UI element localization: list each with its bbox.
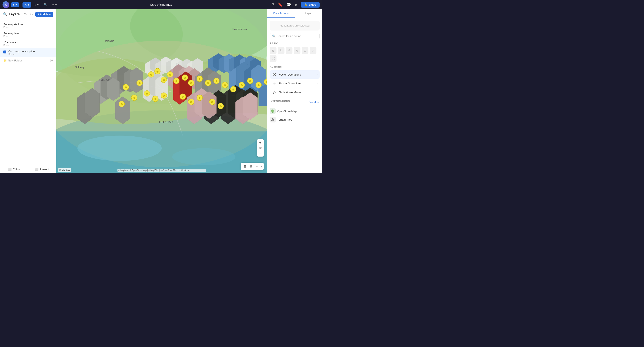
svg-text:⊕: ⊕ — [190, 82, 192, 85]
play-icon[interactable]: ▶ — [294, 2, 298, 8]
layer-list: Subway stations Project Subway lines Pro… — [0, 19, 56, 165]
osm-logo — [270, 108, 276, 114]
svg-text:FOSSUM: FOSSUM — [100, 79, 110, 82]
add-data-button[interactable]: + Add data — [35, 12, 53, 17]
layer-item-subway-stations[interactable]: Subway stations Project — [0, 21, 56, 30]
svg-text:⊕: ⊕ — [156, 70, 158, 73]
raster-ops-item[interactable]: Raster Operations › — [270, 79, 320, 88]
expand-icon-btn[interactable]: ⤢ — [310, 47, 316, 54]
svg-text:⊕: ⊕ — [241, 84, 243, 87]
svg-text:⊕: ⊕ — [175, 80, 178, 83]
sidebar-title: Layers — [9, 13, 22, 16]
sidebar-footer: ⬜ Editor ⬜ Present — [0, 165, 56, 173]
svg-text:⊕: ⊕ — [211, 101, 213, 104]
terrain-tiles-integration-item[interactable]: Terrain Tiles — [270, 115, 320, 124]
map-bottom-toolbar: ⊞ ◎ △ › — [241, 163, 264, 170]
draw-tool-arrow: ▾ — [55, 3, 57, 6]
help-icon[interactable]: ? — [271, 2, 275, 8]
action-search-input[interactable] — [277, 35, 317, 38]
grid-icon[interactable]: ⊞ — [243, 164, 247, 169]
shape-tool[interactable]: ◇ ▾ — [32, 2, 41, 8]
integrations-header: Integrations See all → — [270, 100, 320, 105]
svg-text:⊕: ⊕ — [224, 84, 226, 87]
svg-marker-60 — [243, 92, 258, 120]
flip-icon-btn[interactable]: ⇆ — [294, 47, 300, 54]
zoom-controls: + 12 − — [257, 139, 264, 157]
blank-icon-btn[interactable]: □ — [302, 47, 308, 54]
topbar-right: ? 🔖 💬 ▶ 🔒 Share — [271, 2, 320, 8]
svg-text:⊕: ⊕ — [220, 105, 222, 108]
search-layers-icon[interactable]: 🔍 — [3, 12, 7, 16]
svg-text:⊕: ⊕ — [121, 103, 123, 106]
svg-text:⊕: ⊕ — [232, 88, 234, 91]
search-tool[interactable]: 🔍 — [42, 2, 49, 8]
share-button[interactable]: 🔒 Share — [301, 2, 320, 8]
copy-icon-btn[interactable]: ⧉ — [270, 47, 276, 54]
svg-rect-143 — [273, 82, 276, 85]
collapse-icon[interactable]: ⇅ — [23, 11, 28, 17]
fullscreen-icon-btn[interactable]: ⛶ — [270, 55, 276, 62]
layer-item-10min-walk[interactable]: 10 min walk Project — [0, 39, 56, 48]
zoom-in-button[interactable]: + — [257, 139, 264, 146]
refresh-icon[interactable]: ↻ — [29, 11, 34, 17]
folder-icon: 📁 — [3, 59, 7, 62]
svg-text:⊕: ⊕ — [198, 78, 200, 80]
svg-text:⊕: ⊕ — [198, 96, 200, 99]
shape-tool-arrow: ▾ — [37, 3, 39, 6]
svg-text:Solberg: Solberg — [75, 66, 84, 69]
tab-data-actions[interactable]: Data Actions — [267, 9, 295, 18]
svg-text:⊕: ⊕ — [138, 82, 141, 85]
draw-tool[interactable]: ✏ ▾ — [50, 2, 59, 8]
see-all-button[interactable]: See all → — [309, 101, 320, 104]
tab-layer[interactable]: Layer — [295, 9, 322, 18]
map-attribution: © Mapbox | © OpenStreetMap | © MapTiler … — [118, 169, 206, 172]
app-logo[interactable]: K — [2, 1, 9, 8]
location-icon[interactable]: ◎ — [249, 164, 253, 169]
bookmark-icon[interactable]: 🔖 — [277, 2, 284, 8]
cursor-tool[interactable]: ↖ ▾ — [22, 2, 31, 8]
tools-icon — [272, 90, 277, 95]
editor-button[interactable]: ⬜ Editor — [0, 165, 28, 173]
rotate-icon-btn[interactable]: ↺ — [286, 47, 292, 54]
svg-text:⊕: ⊕ — [207, 82, 209, 85]
basic-icon-group: ⧉ ↻ ↺ ⇆ □ ⤢ ⛶ — [270, 47, 320, 62]
map-area[interactable]: ⊕ ⊕ ⊕ ⊕ ⊕ ⊕ ⊕ ⊕ ⊕ ⊕ ⊕ — [56, 9, 267, 173]
main-layout: 🔍 Layers ⇅ ↻ + Add data Subway stations … — [0, 9, 322, 173]
expand-icon[interactable]: › — [261, 165, 262, 168]
right-panel: Data Actions Layer No features are selec… — [267, 9, 322, 173]
actions-section-title: Actions — [270, 65, 320, 68]
chat-icon[interactable]: 💬 — [286, 2, 292, 8]
no-features-box: No features are selected — [270, 21, 320, 31]
layer-item-house-price[interactable]: Oslo avg. house price Project — [0, 48, 56, 57]
vector-ops-item[interactable]: Vector Operations › — [270, 70, 320, 79]
cursor-icon: ↖ — [24, 3, 27, 6]
svg-text:Rustadmoen: Rustadmoen — [232, 28, 247, 31]
terrain-logo — [270, 117, 276, 123]
tools-workflows-item[interactable]: Tools & Workflows › — [270, 88, 320, 96]
mapbox-attribution: © Mapbox — [58, 168, 71, 172]
basic-section-title: Basic — [270, 42, 320, 45]
refresh-icon-btn[interactable]: ↻ — [278, 47, 284, 54]
osm-integration-item[interactable]: OpenStreetMap — [270, 107, 320, 115]
actions-section: Actions Vector Operations › Raster Opera… — [270, 65, 320, 96]
vector-icon — [272, 72, 277, 77]
workspace-dropdown[interactable]: ▶ ▾ — [11, 2, 19, 7]
svg-text:⊕: ⊕ — [249, 80, 251, 83]
dropdown-arrow: ▾ — [16, 3, 17, 6]
app-title: Oslo pricing map — [150, 3, 172, 6]
action-search-box[interactable]: 🔍 — [270, 33, 320, 39]
zoom-out-button[interactable]: − — [257, 150, 264, 157]
svg-text:⊕: ⊕ — [169, 73, 171, 76]
svg-text:⊕: ⊕ — [150, 73, 152, 76]
svg-text:Harestua: Harestua — [104, 40, 114, 43]
svg-marker-58 — [202, 91, 216, 119]
search-box-icon: 🔍 — [272, 35, 276, 38]
layer-item-subway-lines[interactable]: Subway lines Project — [0, 30, 56, 39]
svg-marker-63 — [85, 88, 100, 118]
present-button[interactable]: ⬜ Present — [28, 165, 56, 173]
layer-color-indicator — [3, 51, 6, 54]
new-folder-item[interactable]: 📁 New Folder 10 — [0, 57, 56, 64]
svg-point-142 — [274, 74, 275, 75]
compass-icon[interactable]: △ — [255, 164, 259, 169]
basic-section: Basic ⧉ ↻ ↺ ⇆ □ ⤢ ⛶ — [270, 42, 320, 62]
